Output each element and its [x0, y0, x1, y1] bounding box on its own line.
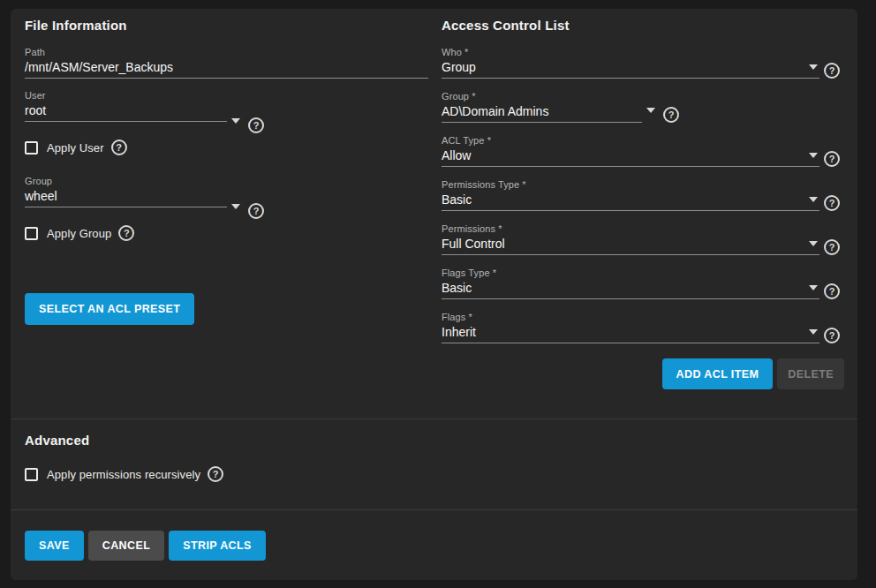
save-button[interactable]: SAVE [25, 531, 84, 561]
path-input[interactable]: /mnt/ASM/Server_Backups [25, 60, 428, 79]
apply-user-help-icon[interactable] [111, 139, 127, 155]
group-help-icon[interactable] [248, 203, 264, 219]
add-acl-item-button[interactable]: ADD ACL ITEM [662, 358, 774, 389]
acl-item-actions: ADD ACL ITEM DELETE [442, 358, 844, 389]
who-help-icon[interactable] [824, 63, 840, 79]
flags-type-value: Basic [442, 281, 819, 296]
strip-acls-button[interactable]: STRIP ACLS [169, 531, 266, 561]
user-field: User root [25, 90, 227, 122]
flags-type-help-icon[interactable] [824, 283, 840, 299]
chevron-down-icon[interactable] [809, 64, 818, 70]
who-label: Who * [442, 47, 819, 58]
apply-group-checkbox[interactable] [25, 227, 38, 240]
advanced-section: Advanced Apply permissions recursively [25, 424, 223, 482]
flags-value: Inherit [442, 325, 819, 340]
group-combobox[interactable]: wheel [25, 189, 227, 207]
chevron-down-icon[interactable] [231, 204, 240, 209]
apply-user-label: Apply User [47, 141, 104, 155]
path-label: Path [25, 47, 428, 58]
apply-recursively-label: Apply permissions recursively [47, 468, 200, 481]
flags-type-field-row: Flags Type * Basic [442, 268, 844, 299]
permissions-select[interactable]: Full Control [442, 237, 819, 255]
flags-type-field: Flags Type * Basic [442, 268, 819, 299]
apply-recursively-help-icon[interactable] [208, 466, 223, 482]
access-control-list-section: Access Control List Who * Group Group * … [442, 9, 844, 389]
flags-field: Flags * Inherit [442, 312, 819, 343]
advanced-title: Advanced [25, 433, 223, 449]
acl-type-label: ACL Type * [442, 135, 819, 147]
acl-type-help-icon[interactable] [824, 151, 840, 167]
who-value: Group [442, 60, 819, 75]
delete-acl-item-button[interactable]: DELETE [777, 358, 844, 389]
acl-type-field-row: ACL Type * Allow [442, 135, 844, 167]
permissions-label: Permissions * [442, 223, 819, 235]
chevron-down-icon[interactable] [646, 108, 655, 113]
form-actions: SAVE CANCEL STRIP ACLS [25, 531, 266, 561]
cancel-button[interactable]: CANCEL [88, 531, 164, 561]
who-field: Who * Group [442, 47, 819, 79]
path-value: /mnt/ASM/Server_Backups [25, 60, 428, 75]
user-combobox[interactable]: root [25, 103, 227, 122]
group-label: Group [25, 176, 227, 187]
acl-type-field: ACL Type * Allow [442, 135, 819, 167]
permissions-help-icon[interactable] [824, 239, 840, 255]
chevron-down-icon[interactable] [809, 153, 818, 158]
flags-help-icon[interactable] [824, 328, 840, 343]
permissions-type-label: Permissions Type * [442, 179, 819, 191]
permissions-value: Full Control [442, 237, 819, 252]
access-control-list-title: Access Control List [442, 18, 844, 34]
who-select[interactable]: Group [442, 60, 819, 79]
flags-type-select[interactable]: Basic [442, 281, 819, 299]
acl-group-label: Group * [442, 91, 642, 102]
acl-type-select[interactable]: Allow [442, 148, 819, 167]
file-information-section: File Information Path /mnt/ASM/Server_Ba… [25, 9, 428, 325]
acl-type-value: Allow [442, 148, 819, 163]
permissions-type-help-icon[interactable] [824, 195, 840, 211]
chevron-down-icon[interactable] [809, 285, 818, 290]
acl-group-combobox[interactable]: AD\Domain Admins [442, 104, 642, 123]
apply-group-row: Apply Group [25, 225, 428, 241]
user-label: User [25, 90, 227, 102]
select-acl-preset-button[interactable]: SELECT AN ACL PRESET [25, 293, 194, 325]
apply-user-row: Apply User [25, 139, 428, 155]
chevron-down-icon[interactable] [231, 118, 240, 124]
chevron-down-icon[interactable] [809, 329, 818, 335]
permissions-type-select[interactable]: Basic [442, 192, 819, 211]
user-help-icon[interactable] [248, 117, 264, 133]
group-field-row: Group wheel [25, 176, 428, 219]
permissions-type-value: Basic [442, 192, 819, 207]
group-field: Group wheel [25, 176, 227, 207]
apply-recursively-checkbox[interactable] [25, 468, 38, 481]
flags-select[interactable]: Inherit [442, 325, 819, 343]
flags-field-row: Flags * Inherit [442, 312, 844, 343]
acl-group-field-row: Group * AD\Domain Admins [442, 91, 844, 123]
who-field-row: Who * Group [442, 47, 844, 79]
user-field-row: User root [25, 90, 428, 133]
permissions-type-field: Permissions Type * Basic [442, 179, 819, 211]
flags-type-label: Flags Type * [442, 268, 819, 279]
file-information-title: File Information [25, 18, 428, 34]
user-value: root [25, 103, 227, 118]
chevron-down-icon[interactable] [809, 241, 818, 246]
permissions-field: Permissions * Full Control [442, 223, 819, 255]
acl-group-field: Group * AD\Domain Admins [442, 91, 642, 123]
divider [11, 418, 857, 419]
flags-label: Flags * [442, 312, 819, 323]
apply-group-label: Apply Group [47, 227, 111, 240]
path-field: Path /mnt/ASM/Server_Backups [25, 47, 428, 79]
permissions-field-row: Permissions * Full Control [442, 223, 844, 255]
acl-group-value: AD\Domain Admins [442, 104, 642, 119]
acl-editor-card: File Information Path /mnt/ASM/Server_Ba… [11, 9, 857, 580]
acl-group-help-icon[interactable] [663, 107, 679, 123]
divider [11, 509, 857, 510]
apply-recursively-row: Apply permissions recursively [25, 466, 223, 482]
group-value: wheel [25, 189, 227, 204]
permissions-type-field-row: Permissions Type * Basic [442, 179, 844, 211]
apply-group-help-icon[interactable] [118, 225, 134, 241]
chevron-down-icon[interactable] [809, 197, 818, 202]
apply-user-checkbox[interactable] [25, 141, 38, 155]
